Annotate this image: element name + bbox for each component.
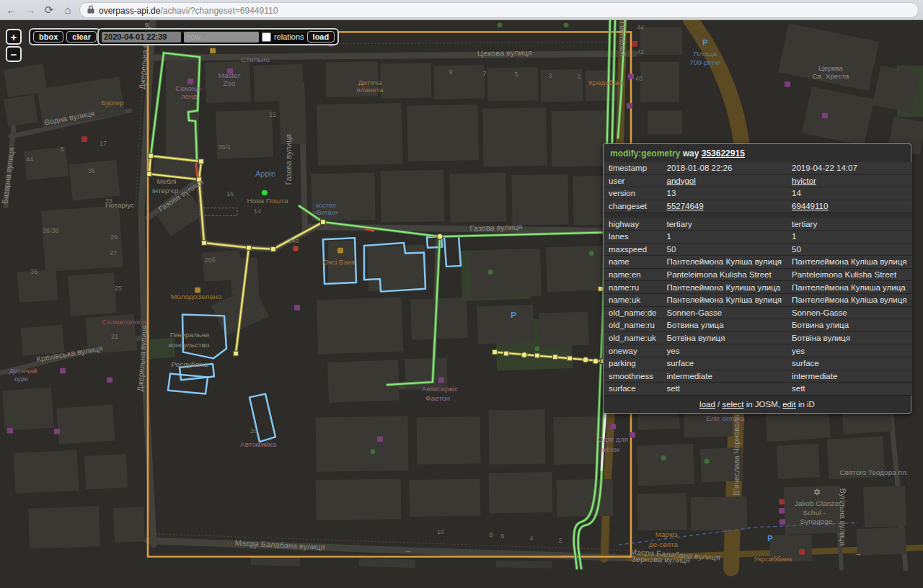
new-value: Пантелеймона Кулиша улица [787, 281, 912, 294]
way-node-square [321, 220, 326, 225]
old-value: intermediate [662, 370, 787, 383]
building [777, 444, 820, 479]
old-value: 50 [662, 243, 787, 256]
street-label: Цехова вулиця [477, 48, 532, 58]
housenumber-label: 29 [110, 233, 118, 241]
building [367, 245, 426, 291]
back-icon[interactable]: ← [4, 3, 19, 17]
tag-key: parking [604, 357, 662, 370]
url-bar[interactable]: overpass-api.de/achavi/?changeset=694491… [79, 2, 919, 18]
way-node-circle [593, 358, 599, 364]
zoom-in-button[interactable]: + [6, 29, 22, 45]
old-value[interactable]: 55274649 [662, 200, 787, 213]
section-gap [604, 213, 912, 218]
building [316, 478, 402, 520]
home-icon[interactable]: ⌂ [61, 3, 75, 17]
tag-key: maxspeed [604, 243, 662, 256]
new-value[interactable]: hvictor [787, 174, 912, 187]
new-value: yes [787, 344, 912, 357]
building [113, 507, 145, 543]
poi-icon [54, 429, 60, 435]
building [551, 110, 608, 167]
poi-label: «Витан» [314, 210, 339, 217]
building [327, 360, 399, 403]
building [449, 173, 506, 223]
housenumber-label: 42 [637, 48, 644, 55]
tag-key: changeset [604, 200, 662, 213]
poi-label: ленд [181, 92, 198, 100]
bbox-button[interactable]: bbox [33, 31, 63, 43]
relations-checkbox[interactable] [262, 32, 271, 42]
building [14, 450, 79, 494]
way-id-link[interactable]: 353622915 [702, 148, 745, 159]
reload-icon[interactable]: ⟳ [42, 3, 56, 17]
tag-key: oneway [604, 344, 662, 357]
deleted-way-segment [196, 163, 198, 179]
datetime-input[interactable] [102, 32, 181, 43]
new-value-link[interactable]: hvictor [792, 177, 816, 185]
poi-icon [779, 499, 785, 504]
lock-icon [87, 4, 94, 17]
building [488, 409, 545, 465]
tree-dot [535, 346, 540, 351]
housenumber-label: 33 [105, 197, 112, 205]
street-label: Газова вулиця [469, 223, 522, 233]
building [482, 107, 547, 167]
building [489, 472, 553, 513]
meta-row: timestamp2018-01-08 22:262019-04-22 14:0… [604, 162, 912, 174]
building [28, 506, 100, 548]
tree-dot [705, 459, 710, 464]
new-value-link[interactable]: 69449110 [792, 202, 828, 210]
old-value-link[interactable]: andygol [667, 177, 696, 185]
poi-icon [210, 48, 216, 54]
way-node-circle [521, 352, 527, 358]
browser-chrome: ← → ⟳ ⌂ overpass-api.de/achavi/?changese… [0, 0, 923, 20]
zoom-out-button[interactable]: − [6, 46, 22, 62]
poi-label: Apple [255, 169, 275, 178]
load-button[interactable]: load [307, 31, 335, 43]
tag-key: lanes [604, 230, 662, 243]
new-value: Ботвіна вулиця [787, 331, 912, 344]
clear-button[interactable]: clear [66, 31, 97, 43]
building [546, 245, 611, 292]
poi-icon [438, 377, 444, 383]
poi-label: Нова Пошта [247, 197, 288, 205]
housenumber-label: 21 [111, 333, 118, 340]
housenumber-label: 6 [500, 533, 504, 540]
building [68, 272, 117, 316]
old-value-link[interactable]: 55274649 [667, 202, 704, 210]
new-value[interactable]: 69449110 [787, 200, 912, 213]
poi-icon [627, 103, 632, 109]
poi-label: 700-річчя [689, 58, 721, 66]
josm-select-link[interactable]: select [722, 400, 743, 409]
building [410, 479, 481, 517]
old-value: Ботвина улица [662, 319, 787, 332]
way-node-circle [437, 233, 443, 239]
poi-label: Республіка [172, 360, 208, 368]
poi-icon [822, 112, 828, 118]
id-edit-link[interactable]: edit [782, 400, 796, 409]
street-label: Газова вулиця [284, 134, 293, 184]
old-value: 13 [662, 187, 787, 200]
way-node-square [147, 172, 152, 177]
tag-row: maxspeed5050 [604, 243, 912, 256]
poi-icon [107, 377, 112, 383]
old-value: sett [662, 383, 787, 396]
new-value: Sonnen-Gasse [787, 306, 912, 319]
building [640, 62, 679, 102]
parking-icon: P [511, 311, 516, 320]
poi-icon [195, 288, 200, 293]
tag-key: name:ru [604, 281, 662, 294]
old-value[interactable]: andygol [662, 174, 787, 187]
tree-dot [564, 22, 569, 27]
building [69, 160, 120, 201]
josm-load-link[interactable]: load [699, 400, 715, 409]
end-datetime-input[interactable] [184, 32, 259, 43]
poi-icon [780, 519, 785, 525]
building [496, 561, 552, 569]
poi-icon [7, 428, 13, 434]
oneway-arrow-icon: → [560, 550, 568, 558]
forward-icon[interactable]: → [23, 3, 37, 17]
tag-key: name [604, 256, 662, 269]
building [84, 454, 128, 489]
